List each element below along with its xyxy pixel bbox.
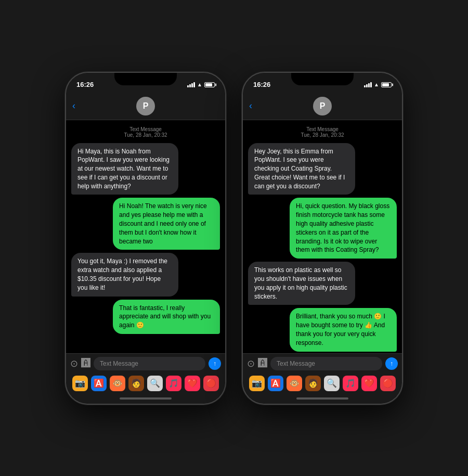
message-bubble-0: Hi Maya, this is Noah from PopWant. I sa…: [71, 143, 178, 195]
phones-container: 16:26 ▲ ‹ P Text Message Tue, 28 Jan, 20…: [65, 72, 403, 405]
app-icon[interactable]: 🅰: [81, 358, 90, 369]
chat-date-label: Text Message Tue, 28 Jan, 20:32: [248, 126, 397, 138]
home-bar: [296, 397, 348, 400]
nav-bar: ‹ P: [243, 94, 402, 120]
message-bubble-3: Brilliant, thank you so much 🙂 I have bo…: [290, 308, 397, 351]
dock-app-5[interactable]: 🎵: [343, 376, 358, 391]
dock-app-4[interactable]: 🔍: [324, 376, 340, 391]
signal-icon: [364, 82, 372, 87]
dock-app-1[interactable]: 🅰️: [91, 376, 107, 391]
dock-app-4[interactable]: 🔍: [147, 376, 163, 391]
dock-app-3[interactable]: 🧑: [128, 376, 144, 391]
nav-bar: ‹ P: [66, 94, 225, 120]
battery-icon: [204, 82, 215, 87]
dock-app-2[interactable]: 🐵: [110, 376, 125, 391]
message-input[interactable]: Text Message: [270, 357, 382, 370]
notch: [291, 73, 354, 85]
wifi-icon: ▲: [374, 82, 379, 87]
home-indicator: [66, 395, 225, 404]
status-time: 16:26: [253, 81, 270, 88]
status-icons: ▲: [364, 82, 392, 87]
dock-app-2[interactable]: 🐵: [287, 376, 302, 391]
signal-icon: [187, 82, 195, 87]
back-button[interactable]: ‹: [72, 100, 75, 111]
input-bar: ⊙ 🅰 Text Message ↑: [243, 353, 402, 374]
wifi-icon: ▲: [197, 82, 202, 87]
dock-app-1[interactable]: 🅰️: [268, 376, 283, 391]
message-bubble-0: Hey Joey, this is Emma from PopWant. I s…: [248, 143, 355, 195]
chat-date-label: Text Message Tue, 28 Jan, 20:32: [71, 126, 220, 138]
home-indicator: [243, 395, 402, 404]
app-dock: 📷🅰️🐵🧑🔍🎵❤️🔴: [243, 374, 402, 395]
app-icon[interactable]: 🅰: [258, 358, 267, 369]
phone-left: 16:26 ▲ ‹ P Text Message Tue, 28 Jan, 20…: [65, 72, 226, 405]
input-bar: ⊙ 🅰 Text Message ↑: [66, 353, 225, 374]
dock-app-5[interactable]: 🎵: [166, 376, 181, 391]
phone-right: 16:26 ▲ ‹ P Text Message Tue, 28 Jan, 20…: [242, 72, 403, 405]
dock-app-0[interactable]: 📷: [249, 376, 265, 391]
message-bubble-1: Hi, quick question. My black gloss finis…: [290, 198, 397, 259]
camera-icon[interactable]: ⊙: [70, 358, 78, 369]
message-bubble-1: Hi Noah! The watch is very nice and yes …: [113, 198, 220, 250]
chat-area: Text Message Tue, 28 Jan, 20:32Hi Maya, …: [66, 120, 225, 353]
app-dock: 📷🅰️🐵🧑🔍🎵❤️🔴: [66, 374, 225, 395]
message-bubble-2: This works on plastic as well so you sho…: [248, 262, 355, 305]
avatar: P: [136, 97, 155, 115]
dock-app-6[interactable]: ❤️: [361, 376, 377, 391]
battery-icon: [381, 82, 392, 87]
dock-app-6[interactable]: ❤️: [185, 376, 200, 391]
dock-app-0[interactable]: 📷: [72, 376, 88, 391]
message-bubble-3: That is fantastic, I really appreciate a…: [113, 300, 220, 334]
message-input[interactable]: Text Message: [94, 357, 205, 370]
home-bar: [120, 397, 172, 400]
dock-app-7[interactable]: 🔴: [203, 376, 219, 391]
dock-app-7[interactable]: 🔴: [380, 376, 396, 391]
notch: [114, 73, 177, 85]
message-bubble-2: You got it, Maya :) I removed the extra …: [71, 253, 178, 296]
send-button[interactable]: ↑: [385, 357, 398, 370]
status-icons: ▲: [187, 82, 215, 87]
dock-app-3[interactable]: 🧑: [305, 376, 321, 391]
send-button[interactable]: ↑: [209, 357, 221, 370]
camera-icon[interactable]: ⊙: [247, 358, 255, 369]
chat-area: Text Message Tue, 28 Jan, 20:32Hey Joey,…: [243, 120, 402, 353]
back-button[interactable]: ‹: [249, 100, 252, 111]
status-time: 16:26: [76, 81, 94, 88]
avatar: P: [313, 97, 332, 115]
